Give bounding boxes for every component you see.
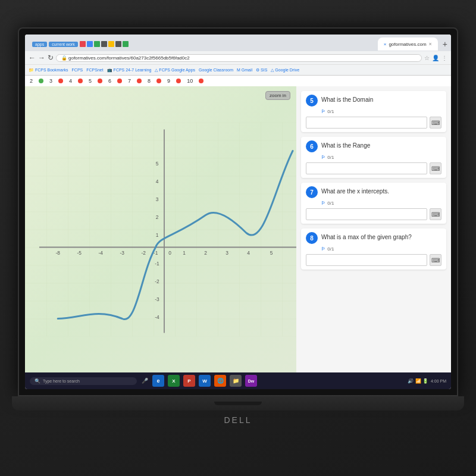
dot-3 [58,79,63,83]
zoom-in-button[interactable]: zoom in [265,91,290,100]
system-tray: 🔊 📶 🔋 4:00 PM [408,378,446,384]
bookmark-classroom[interactable]: Google Classroom [199,68,233,72]
svg-text:-4: -4 [155,314,159,320]
settings-icon[interactable]: ⋮ [441,55,447,61]
num-7: 7 [128,78,131,84]
q7-keyboard-icon[interactable]: ⌨ [430,208,441,220]
bookmark-drive[interactable]: △ Google Drive [271,68,299,73]
url-text: goformatives.com/formatives/60a273c2f566… [68,55,190,61]
dot-7 [137,79,142,83]
question-8: 8 What is a max of the given graph? 🏳 0/… [301,228,446,270]
svg-text:2: 2 [204,250,207,256]
svg-text:3: 3 [156,196,159,202]
dot-9 [176,79,181,83]
questions-panel: 5 What is the Domain 🏳 0/1 ⌨ [296,86,451,372]
powerpoint-icon[interactable]: P [183,375,195,387]
dot-2 [39,79,43,83]
url-box[interactable]: 🔒 goformatives.com/formatives/60a273c2f5… [56,54,422,62]
browser-chrome: apps current work × [25,35,451,76]
q5-keyboard-icon[interactable]: ⌨ [430,117,441,129]
address-bar: ← → ↻ 🔒 goformatives.com/formatives/60a2… [25,51,451,64]
svg-text:-5: -5 [77,250,82,256]
tab-close-icon[interactable]: × [429,41,432,47]
reload-button[interactable]: ↻ [48,54,54,62]
q7-number: 7 [306,186,318,198]
cortana-icon[interactable]: 🎤 [140,377,149,385]
screen: apps current work × [25,35,451,389]
svg-text:4: 4 [247,250,250,256]
taskbar-search[interactable]: 🔍 Type here to search [30,377,137,385]
svg-text:2: 2 [156,214,159,220]
num-2: 2 [30,78,33,84]
num-4: 4 [69,78,72,84]
bookmark-sis[interactable]: ⚙ SIS [256,68,267,73]
question-6: 6 What is the Range 🏳 0/1 ⌨ [301,137,446,178]
svg-text:-4: -4 [98,250,103,256]
excel-icon[interactable]: X [168,375,180,387]
num-3: 3 [49,78,52,84]
svg-text:5: 5 [156,161,159,167]
apps-button[interactable]: apps [32,42,47,47]
account-icon[interactable]: 👤 [432,55,439,61]
new-tab-button[interactable]: + [443,39,447,49]
svg-text:-2: -2 [141,250,146,256]
num-6: 6 [108,78,111,84]
svg-text:-1: -1 [155,261,159,267]
q8-keyboard-icon[interactable]: ⌨ [430,254,441,266]
svg-text:-3: -3 [155,296,159,302]
q6-keyboard-icon[interactable]: ⌨ [430,162,441,174]
svg-text:0: 0 [168,250,171,256]
q5-input[interactable] [306,117,427,129]
taskbar: 🔍 Type here to search 🎤 e X P W [25,372,451,389]
svg-text:1: 1 [183,250,186,256]
file-explorer-icon[interactable]: 📁 [230,375,242,387]
current-work-button[interactable]: current work [49,42,78,47]
dot-6 [117,79,122,83]
bookmark-google-apps[interactable]: △ FCPS Google Apps [155,68,195,73]
dot-4 [78,79,83,83]
dell-brand-label: DELL [224,415,252,425]
bookmark-gmail[interactable]: M Gmail [237,68,252,72]
taskbar-search-text: Type here to search [43,379,80,383]
active-tab[interactable]: × goformatives.com × [378,37,438,51]
word-icon[interactable]: W [199,375,211,387]
content-area: zoom in [25,86,451,372]
q8-input[interactable] [306,254,427,266]
forward-button[interactable]: → [38,54,45,62]
dw-icon[interactable]: Dw [245,375,257,387]
q8-text: What is a max of the given graph? [321,232,412,241]
q6-score: 🏳 0/1 [321,155,441,160]
bookmark-fcpsnet[interactable]: FCPSnet [86,68,103,72]
q5-text: What is the Domain [321,95,373,104]
svg-text:4: 4 [156,178,159,184]
question-5: 5 What is the Domain 🏳 0/1 ⌨ [301,91,446,132]
num-10: 10 [187,78,193,84]
tab-label: goformatives.com [389,42,426,47]
num-8: 8 [148,78,151,84]
graph-svg: -8 -5 -4 -3 -2 -1 0 1 2 3 4 5 5 [25,86,296,372]
num-9: 9 [167,78,170,84]
q7-input[interactable] [306,208,427,220]
back-button[interactable]: ← [29,54,36,62]
tabs-bar: apps current work × [25,35,451,51]
bookmark-fcps-bookmarks[interactable]: 📁 FCPS Bookmarks [29,68,68,73]
number-row: 2 3 4 5 6 7 8 9 10 [25,76,451,86]
chrome-icon[interactable]: 🌐 [214,375,226,387]
svg-rect-0 [25,123,296,337]
svg-text:-8: -8 [55,250,60,256]
bookmark-247[interactable]: 📺 FCPS 24-7 Learning [107,68,152,73]
q5-number: 5 [306,95,318,107]
svg-text:1: 1 [156,232,159,238]
svg-text:-2: -2 [155,278,159,284]
dot-5 [98,79,102,83]
search-icon: 🔍 [35,378,40,384]
q6-input[interactable] [306,162,427,174]
graph-area: zoom in [25,86,296,372]
bookmark-star-icon[interactable]: ☆ [424,55,430,61]
question-7: 7 What are the x intercepts. 🏳 0/1 ⌨ [301,183,446,224]
bookmark-fcps[interactable]: FCPS [72,68,83,72]
svg-text:3: 3 [226,250,228,256]
edge-icon[interactable]: e [152,375,164,387]
q8-score: 🏳 0/1 [321,246,441,252]
q6-text: What is the Range [321,140,370,149]
